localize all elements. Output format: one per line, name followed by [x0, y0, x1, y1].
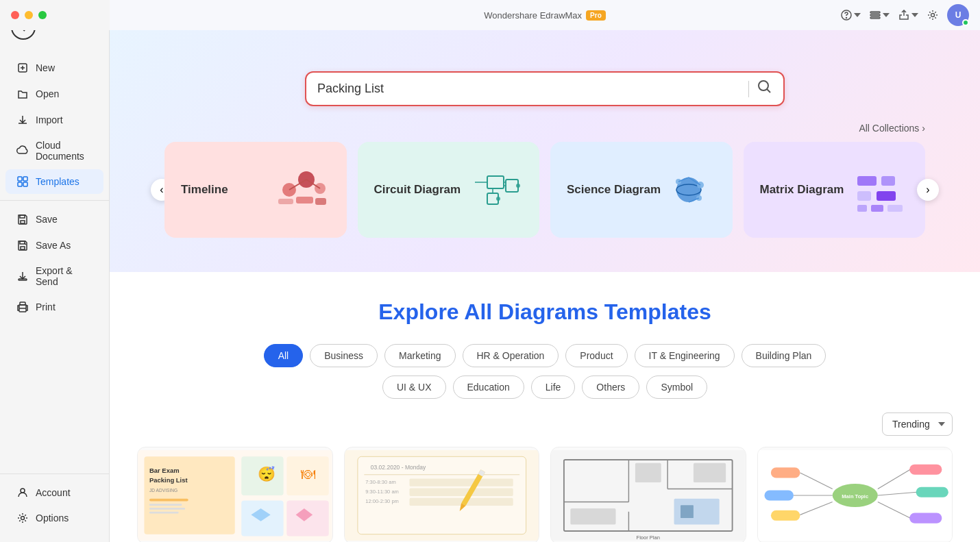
- sidebar-item-print[interactable]: Print: [5, 295, 103, 319]
- svg-point-11: [21, 489, 25, 493]
- template-card-3[interactable]: Floor Plan: [550, 447, 746, 542]
- filter-all[interactable]: All: [264, 344, 304, 367]
- svg-rect-10: [20, 302, 25, 305]
- template-card-img-4: Main Topic: [758, 447, 953, 542]
- svg-rect-107: [909, 465, 942, 475]
- svg-rect-51: [887, 205, 903, 212]
- svg-text:JD ADVISING: JD ADVISING: [149, 488, 177, 493]
- sidebar-nav: New Open Import Cloud Documents: [0, 49, 109, 473]
- svg-rect-50: [871, 205, 883, 212]
- settings-button[interactable]: [927, 9, 939, 21]
- svg-rect-25: [296, 197, 313, 204]
- maximize-button[interactable]: [38, 11, 47, 19]
- sidebar-item-open[interactable]: Open: [5, 82, 103, 106]
- svg-rect-45: [857, 176, 877, 186]
- filter-product[interactable]: Product: [565, 344, 627, 367]
- filter-marketing[interactable]: Marketing: [384, 344, 455, 367]
- template-card-2[interactable]: 03.02.2020 - Monday 7:30-8:30 am 9:30-11…: [344, 447, 540, 542]
- svg-text:Floor Plan: Floor Plan: [637, 534, 660, 541]
- carousel-container: ‹ Timeline: [137, 142, 953, 238]
- svg-rect-94: [681, 505, 694, 518]
- sidebar-item-save-as[interactable]: Save As: [5, 233, 103, 258]
- toolbar-button[interactable]: [869, 9, 890, 21]
- svg-text:03.02.2020 - Monday: 03.02.2020 - Monday: [370, 464, 426, 471]
- app-title: Wondershare EdrawMax Pro: [484, 10, 606, 21]
- search-bar[interactable]: [305, 71, 785, 106]
- window-controls: [0, 0, 110, 30]
- sort-bar: Trending Newest Popular: [137, 412, 953, 436]
- close-button[interactable]: [11, 11, 19, 19]
- svg-rect-60: [149, 512, 179, 514]
- svg-text:Packing List: Packing List: [149, 476, 188, 484]
- avatar[interactable]: U: [947, 4, 969, 26]
- filter-hr[interactable]: HR & Operation: [463, 344, 559, 367]
- template-card-img-2: 03.02.2020 - Monday 7:30-8:30 am 9:30-11…: [345, 447, 539, 542]
- filter-uiux[interactable]: UI & UX: [382, 375, 446, 399]
- filter-others[interactable]: Others: [582, 375, 639, 399]
- sidebar-item-import[interactable]: Import: [5, 108, 103, 132]
- sidebar-item-account[interactable]: Account: [5, 480, 103, 505]
- carousel: Timeline Circuit Diagram: [164, 142, 925, 238]
- sidebar-item-cloud[interactable]: Cloud Documents: [5, 134, 103, 168]
- carousel-item-circuit[interactable]: Circuit Diagram: [358, 142, 540, 238]
- svg-rect-74: [409, 478, 513, 486]
- svg-text:7:30-8:30 am: 7:30-8:30 am: [365, 479, 395, 485]
- svg-text:12:00-2:30 pm: 12:00-2:30 pm: [365, 498, 399, 504]
- svg-rect-28: [487, 176, 504, 188]
- svg-rect-2: [23, 177, 27, 181]
- sidebar-item-templates[interactable]: Templates: [5, 169, 103, 194]
- filter-building[interactable]: Building Plan: [742, 344, 826, 367]
- carousel-next-button[interactable]: ›: [917, 179, 939, 201]
- template-grid: Bar Exam Packing List JD ADVISING 😴 🍽: [137, 447, 953, 542]
- svg-text:Main Topic: Main Topic: [842, 493, 868, 500]
- filter-education[interactable]: Education: [453, 375, 524, 399]
- search-button[interactable]: [757, 79, 772, 98]
- svg-text:😴: 😴: [258, 465, 275, 483]
- main-content: Wondershare EdrawMax Pro: [110, 0, 980, 542]
- sort-select[interactable]: Trending Newest Popular: [882, 412, 953, 436]
- sidebar: New Open Import Cloud Documents: [0, 0, 110, 542]
- svg-rect-108: [916, 487, 948, 497]
- sidebar-item-options[interactable]: Options: [5, 506, 103, 530]
- template-card-4[interactable]: Main Topic: [757, 447, 953, 542]
- sidebar-item-new[interactable]: New: [5, 56, 103, 80]
- svg-rect-91: [570, 508, 615, 525]
- svg-rect-48: [877, 191, 896, 201]
- sidebar-item-export[interactable]: Export & Send: [5, 259, 103, 293]
- titlebar-icons: U: [840, 4, 969, 26]
- svg-rect-104: [770, 467, 800, 478]
- svg-rect-76: [409, 489, 513, 496]
- svg-rect-47: [857, 191, 871, 201]
- filter-business[interactable]: Business: [310, 344, 378, 367]
- svg-rect-59: [149, 508, 185, 510]
- filter-it[interactable]: IT & Engineering: [635, 344, 735, 367]
- svg-rect-26: [315, 198, 326, 205]
- sidebar-bottom: Account Options: [0, 473, 109, 542]
- carousel-item-science[interactable]: Science Diagram: [550, 142, 733, 238]
- filter-life[interactable]: Life: [531, 375, 576, 399]
- svg-rect-4: [23, 182, 27, 186]
- svg-rect-3: [18, 182, 22, 186]
- carousel-item-matrix[interactable]: Matrix Diagram: [744, 142, 926, 238]
- carousel-item-timeline[interactable]: Timeline: [164, 142, 347, 238]
- svg-rect-46: [881, 176, 895, 186]
- svg-rect-16: [870, 14, 880, 16]
- help-button[interactable]: [840, 9, 861, 21]
- sidebar-item-save[interactable]: Save: [5, 207, 103, 232]
- svg-point-12: [21, 517, 25, 520]
- all-collections-link[interactable]: All Collections ›: [859, 123, 925, 134]
- svg-point-36: [496, 197, 500, 201]
- content-area: Explore All Diagrams Templates All Busin…: [110, 272, 980, 542]
- svg-point-35: [516, 184, 520, 188]
- svg-rect-15: [870, 12, 880, 13]
- template-card-1[interactable]: Bar Exam Packing List JD ADVISING 😴 🍽: [137, 447, 333, 542]
- search-input[interactable]: [317, 82, 740, 96]
- svg-rect-9: [19, 308, 26, 312]
- svg-rect-49: [857, 205, 867, 212]
- svg-rect-27: [278, 199, 293, 204]
- svg-rect-105: [764, 490, 794, 500]
- minimize-button[interactable]: [25, 11, 33, 19]
- filter-symbol[interactable]: Symbol: [646, 375, 707, 399]
- share-button[interactable]: [898, 9, 918, 21]
- svg-rect-90: [694, 463, 726, 482]
